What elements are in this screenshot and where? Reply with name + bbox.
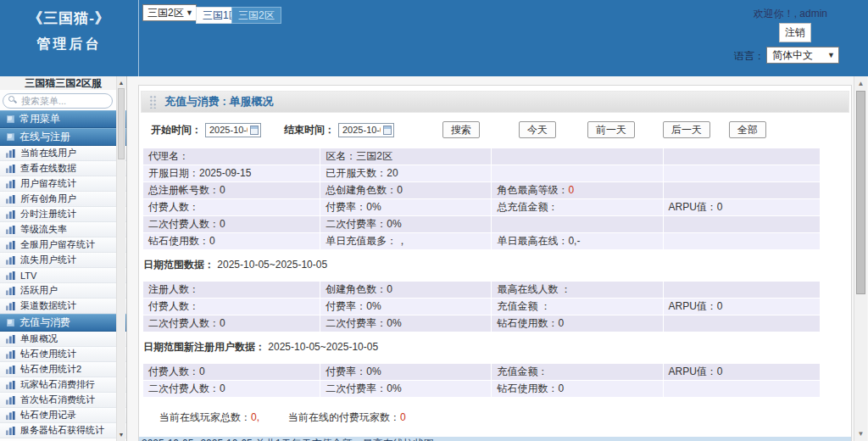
sidebar-item[interactable]: 玩家钻石消费排行: [0, 377, 126, 393]
new-user-table: 付费人数：0付费率：0%充值金额：ARPU值：0二次付费人数：0二次付费率：0%…: [142, 363, 821, 398]
content-scroll-thumb[interactable]: [856, 91, 865, 294]
sidebar: 三国猫三国2区服 常用菜单在线与注册当前在线用户查看在线数据用户留存统计所有创角…: [0, 76, 127, 441]
bar-chart-icon: [6, 256, 15, 265]
all-button[interactable]: 全部: [729, 121, 766, 138]
bar-chart-icon: [6, 226, 15, 234]
data-cell: ARPU值：0: [664, 299, 820, 315]
sidebar-item[interactable]: 首次钻石消费统计: [0, 393, 126, 408]
bar-chart-icon: [6, 241, 15, 249]
sidebar-scrollbar[interactable]: ▲ ▼: [116, 76, 125, 441]
heading-label: 日期范围新注册用户数据：: [143, 341, 265, 353]
chart-header: 2025-10-05--2025-10-05 总共1天每天充值金额、最高在线柱状…: [139, 437, 851, 441]
calendar-icon[interactable]: [383, 126, 392, 135]
sidebar-item-label: 全服用户留存统计: [20, 238, 95, 251]
data-cell: 区名：三国2区: [320, 148, 491, 165]
sidebar-item[interactable]: 用户留存统计: [0, 176, 126, 192]
sidebar-item[interactable]: 钻石使用记录: [0, 408, 126, 423]
sidebar-section-header[interactable]: 常用菜单: [0, 110, 126, 128]
scroll-up-icon[interactable]: ▲: [854, 80, 867, 87]
data-cell: [664, 233, 820, 249]
sidebar-item[interactable]: 钻石使用统计2: [0, 362, 126, 377]
table-row: 二次付费人数：0二次付费率：0%钻石使用数：0: [143, 315, 820, 332]
welcome-text: 欢迎你！, admin: [754, 7, 827, 21]
scroll-up-icon[interactable]: ▲: [117, 80, 125, 86]
sidebar-title: 三国猫三国2区服: [0, 76, 126, 90]
start-date-field: [205, 123, 261, 137]
logout-button[interactable]: 注销: [779, 23, 811, 42]
bar-chart-icon: [6, 149, 15, 158]
sidebar-item-label: 首次钻石消费统计: [20, 394, 95, 406]
sidebar-scroll-thumb[interactable]: [118, 88, 125, 159]
data-cell: [664, 165, 820, 181]
table-row: 二次付费人数：0二次付费率：0%: [143, 216, 820, 232]
sidebar-item-label: 钻石使用统计: [20, 348, 76, 360]
panel-titlebar: 充值与消费 : 单服概况: [141, 91, 849, 113]
top-header: 《三国猫-》 管理后台 三国2区 ▼ 三国1区 三国2区 欢迎你！, admin…: [0, 0, 868, 76]
today-button[interactable]: 今天: [519, 121, 556, 138]
sidebar-item-label: 活跃用户: [20, 284, 58, 297]
sidebar-section-header[interactable]: 充值与消费: [0, 314, 126, 332]
sidebar-item[interactable]: 所有创角用户: [0, 192, 126, 207]
data-cell: 代理名：: [143, 148, 320, 165]
sidebar-item-label: 等级流失率: [20, 223, 67, 236]
next-day-button[interactable]: 后一天: [663, 121, 710, 138]
filter-toolbar: 开始时间： 结束时间： 搜索今天前一天后一天全部: [151, 120, 851, 139]
bar-chart-icon: [6, 287, 15, 295]
sidebar-item[interactable]: 全服用户留存统计: [0, 237, 126, 253]
bar-chart-icon: [6, 271, 15, 280]
server-select-value: 三国2区: [147, 6, 184, 20]
sidebar-item[interactable]: 当前在线用户: [0, 146, 126, 161]
sidebar-item[interactable]: 活跃用户: [0, 283, 126, 299]
heading-dates: 2025-10-05~2025-10-05: [268, 341, 378, 353]
data-cell: 总充值金额：: [492, 199, 662, 215]
scroll-down-icon[interactable]: ▼: [854, 430, 867, 438]
sidebar-item[interactable]: LTV: [0, 268, 126, 283]
section-icon: [7, 319, 14, 327]
sidebar-item[interactable]: 等级流失率: [0, 222, 126, 237]
table-row: 付费人数：0付费率：0%充值金额：ARPU值：0: [143, 364, 820, 380]
data-cell: 单日充值最多：，: [320, 233, 491, 249]
content-scrollbar[interactable]: ▲ ▼: [854, 76, 867, 441]
search-input[interactable]: [3, 93, 113, 109]
data-cell: 付费人数：0: [143, 364, 320, 380]
data-cell: 开服日期：2025-09-15: [143, 165, 320, 181]
sidebar-section-header[interactable]: 在线与注册: [0, 128, 126, 146]
sidebar-item[interactable]: 渠道数据统计: [0, 299, 126, 314]
sidebar-item-label: 钻石使用统计2: [20, 363, 81, 376]
language-select[interactable]: 简体中文 ▼: [766, 47, 839, 64]
scroll-down-icon[interactable]: ▼: [117, 432, 125, 438]
calendar-icon[interactable]: [250, 126, 259, 135]
sidebar-item[interactable]: 查看在线数据: [0, 161, 126, 176]
drag-handle-icon: [149, 95, 157, 109]
bar-chart-icon: [6, 381, 15, 389]
search-button[interactable]: 搜索: [442, 121, 480, 138]
sidebar-menu: 常用菜单在线与注册当前在线用户查看在线数据用户留存统计所有创角用户分时注册统计等…: [0, 110, 126, 438]
data-cell: 总注册帐号数：0: [143, 182, 320, 198]
bar-chart-icon: [6, 396, 15, 405]
sidebar-item[interactable]: 单服概况: [0, 332, 126, 347]
sidebar-item[interactable]: 流失用户统计: [0, 253, 126, 268]
data-cell: [664, 182, 820, 198]
data-cell: 二次付费人数：0: [143, 315, 320, 332]
sidebar-item-label: 在线与注册: [19, 130, 70, 144]
sidebar-item-label: 分时注册统计: [20, 208, 76, 220]
server-select[interactable]: 三国2区 ▼: [142, 4, 197, 21]
bar-chart-icon: [6, 335, 15, 343]
prev-day-button[interactable]: 前一天: [587, 121, 635, 138]
data-cell: 总创建角色数：0: [320, 182, 491, 198]
data-cell: 二次付费人数：0: [143, 381, 320, 397]
sidebar-item[interactable]: 分时注册统计: [0, 207, 126, 222]
data-cell: 充值金额：: [492, 364, 662, 380]
data-cell: 已开服天数：20: [320, 165, 491, 181]
sidebar-item-label: 所有创角用户: [20, 193, 76, 205]
data-cell: [664, 216, 820, 232]
section-icon: [7, 115, 14, 123]
search-box: [3, 92, 113, 108]
bar-chart-icon: [6, 411, 15, 420]
data-cell: 钻石使用数：0: [492, 315, 662, 332]
main-panel: 充值与消费 : 单服概况 开始时间： 结束时间： 搜索今天前一天后一天全部 代理…: [138, 85, 852, 441]
tab-server-2-active[interactable]: 三国2区: [231, 7, 281, 24]
sidebar-item[interactable]: 服务器钻石获得统计: [0, 423, 126, 438]
data-cell: [492, 216, 662, 232]
sidebar-item[interactable]: 钻石使用统计: [0, 347, 126, 362]
